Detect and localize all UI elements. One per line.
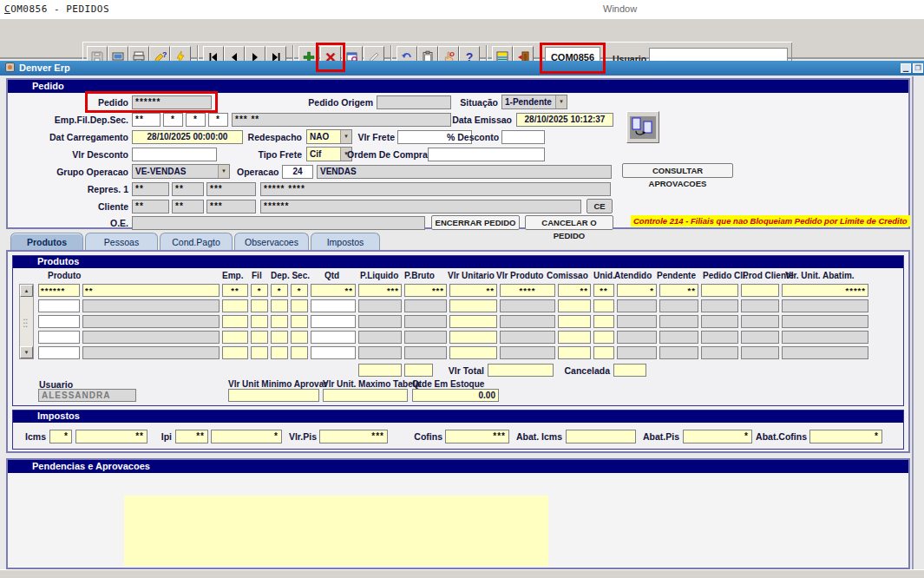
maximize-button[interactable]: ❐	[913, 63, 923, 73]
product-cell[interactable]	[449, 315, 497, 328]
product-cell[interactable]	[222, 346, 248, 359]
scroll-up-icon[interactable]: ▲	[20, 285, 33, 297]
product-cell[interactable]	[251, 299, 268, 312]
product-cell[interactable]	[449, 331, 497, 344]
product-cell[interactable]	[558, 346, 591, 359]
scrollbar-grip[interactable]: •• •• ••	[23, 318, 30, 328]
ipi-pct-field[interactable]: **	[175, 430, 208, 443]
encerrar-pedido-button[interactable]: ENCERRAR PEDIDO	[431, 215, 520, 230]
situacao-dropdown[interactable]: 1-Pendente▼	[501, 95, 567, 109]
product-cell[interactable]	[701, 284, 738, 297]
tab-impostos[interactable]: Impostos	[311, 233, 380, 251]
vlr-desconto-field[interactable]	[132, 148, 217, 161]
minimize-button[interactable]: ▁	[901, 63, 911, 73]
product-cell[interactable]: *	[251, 284, 268, 297]
vlr-pis-field[interactable]: ***	[319, 430, 388, 443]
product-cell[interactable]: **	[659, 284, 698, 297]
product-cell[interactable]	[38, 346, 80, 359]
redespacho-dropdown[interactable]: NAO▼	[306, 129, 352, 144]
product-cell[interactable]	[741, 284, 779, 297]
product-cell[interactable]	[271, 299, 288, 312]
icms-value-field[interactable]: **	[75, 430, 147, 443]
dat-carregamento-field[interactable]: 28/10/2025 00:00:00	[132, 130, 243, 144]
product-cell[interactable]: **	[558, 284, 591, 297]
copy-pedido-button[interactable]	[626, 111, 659, 143]
dep-field[interactable]: *	[186, 113, 206, 127]
product-cell[interactable]: **	[449, 284, 497, 297]
chevron-down-icon[interactable]: ▼	[555, 95, 567, 108]
product-cell[interactable]	[251, 346, 268, 359]
product-cell[interactable]: *	[271, 284, 288, 297]
cofins-field[interactable]: ***	[445, 430, 509, 443]
operacao-code-field[interactable]: 24	[282, 165, 313, 179]
product-cell[interactable]	[558, 299, 591, 312]
product-cell[interactable]: *	[617, 284, 657, 297]
ordem-compra-field[interactable]	[428, 148, 545, 161]
product-cell[interactable]: *****	[782, 284, 868, 297]
vlr-unit-maximo-field[interactable]	[323, 389, 408, 402]
product-cell[interactable]: *	[291, 284, 308, 297]
product-cell[interactable]	[222, 331, 248, 344]
product-cell[interactable]: **	[593, 284, 614, 297]
product-cell[interactable]	[251, 331, 268, 344]
menu-item-window[interactable]: Window	[603, 3, 637, 14]
product-cell[interactable]	[271, 346, 288, 359]
product-cell[interactable]: **	[82, 284, 220, 297]
product-cell[interactable]	[449, 299, 497, 312]
icms-pct-field[interactable]: *	[49, 430, 72, 443]
scroll-down-icon[interactable]: ▼	[20, 346, 33, 358]
product-cell[interactable]: **	[311, 284, 356, 297]
chevron-down-icon[interactable]: ▼	[218, 165, 229, 178]
record-scrollbar[interactable]: ▲ •• •• •• ▼	[19, 284, 34, 359]
product-cell[interactable]	[291, 331, 308, 344]
abat-icms-field[interactable]	[566, 430, 636, 443]
tipo-frete-dropdown[interactable]: Cif▼	[306, 147, 352, 161]
product-cell[interactable]: ******	[38, 284, 80, 297]
product-cell[interactable]	[311, 299, 356, 312]
product-cell[interactable]	[271, 331, 288, 344]
data-emissao-field[interactable]: 28/10/2025 10:12:37	[516, 113, 613, 127]
product-cell[interactable]	[311, 315, 356, 328]
cancelar-pedido-button[interactable]: CANCELAR O PEDIDO	[525, 215, 613, 230]
product-cell[interactable]: **	[222, 284, 248, 297]
fil-field[interactable]: *	[163, 113, 183, 127]
tab-produtos[interactable]: Produtos	[10, 233, 83, 251]
grupo-operacao-dropdown[interactable]: VE-VENDAS▼	[132, 164, 230, 179]
product-cell[interactable]	[38, 331, 80, 344]
product-cell[interactable]	[222, 315, 248, 328]
product-cell[interactable]	[311, 331, 356, 344]
product-cell[interactable]	[222, 299, 248, 312]
consultar-aprovacoes-button[interactable]: CONSULTAR APROVACOES	[622, 163, 733, 178]
product-cell[interactable]	[251, 315, 268, 328]
product-cell[interactable]	[593, 331, 614, 344]
product-cell[interactable]	[558, 315, 591, 328]
product-cell[interactable]	[558, 331, 591, 344]
ce-button[interactable]: CE	[587, 199, 613, 213]
product-cell[interactable]	[311, 346, 356, 359]
product-cell[interactable]: ****	[500, 284, 555, 297]
product-cell[interactable]: ***	[404, 284, 447, 297]
product-cell[interactable]: ***	[358, 284, 402, 297]
product-cell[interactable]	[593, 315, 614, 328]
tab-observacoes[interactable]: Observacoes	[234, 233, 309, 251]
emp-field[interactable]: **	[132, 113, 161, 127]
pct-desconto-field[interactable]	[501, 130, 545, 144]
chevron-down-icon[interactable]: ▼	[340, 130, 351, 143]
product-cell[interactable]	[593, 299, 614, 312]
abat-pis-field[interactable]: *	[683, 430, 752, 443]
ipi-value-field[interactable]: *	[211, 430, 282, 443]
product-cell	[82, 299, 220, 312]
product-cell[interactable]	[291, 299, 308, 312]
product-cell[interactable]	[271, 315, 288, 328]
vlr-unit-minimo-field[interactable]	[228, 389, 319, 402]
sec-field[interactable]: *	[208, 113, 228, 127]
product-cell[interactable]	[38, 299, 80, 312]
tab-cond-pagto[interactable]: Cond.Pagto	[160, 233, 233, 251]
abat-cofins-field[interactable]: *	[809, 430, 882, 443]
product-cell[interactable]	[291, 315, 308, 328]
product-cell[interactable]	[291, 346, 308, 359]
product-cell[interactable]	[38, 315, 80, 328]
product-cell[interactable]	[593, 346, 614, 359]
tab-pessoas[interactable]: Pessoas	[85, 233, 158, 251]
product-cell[interactable]	[449, 346, 497, 359]
